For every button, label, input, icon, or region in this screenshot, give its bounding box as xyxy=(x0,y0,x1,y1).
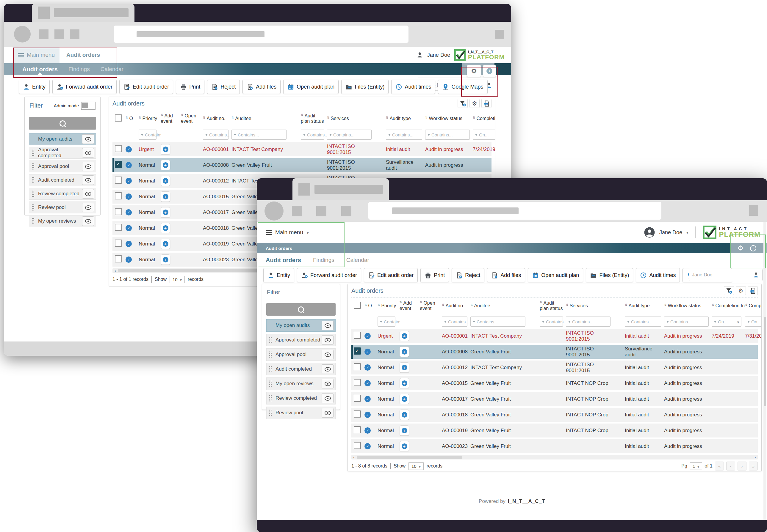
filter-list-item[interactable]: Review pool xyxy=(266,407,336,419)
filter-list-item[interactable]: Review pool xyxy=(29,202,96,213)
audit-times-button[interactable]: Audit times xyxy=(391,80,435,94)
add-event-button[interactable] xyxy=(161,239,170,249)
column-header-workflow-status[interactable]: Workflow status xyxy=(664,303,712,309)
audit-no-cell[interactable]: AO-000012 xyxy=(203,178,232,184)
audit-no-cell[interactable]: AO-000015 xyxy=(203,194,232,200)
filter-services-input[interactable]: Contains... xyxy=(566,317,611,327)
browser-extension-placeholder[interactable] xyxy=(749,205,758,216)
audit-no-cell[interactable]: AO-000023 xyxy=(203,257,232,263)
page-size-select[interactable]: 10 xyxy=(169,276,185,283)
export-csv-button[interactable] xyxy=(481,99,491,108)
export-csv-button[interactable] xyxy=(748,286,758,295)
page-size-select[interactable]: 10 xyxy=(408,462,424,470)
browser-forward-placeholder[interactable] xyxy=(316,206,326,216)
assignee-input[interactable]: Jane Doe xyxy=(689,269,763,281)
drag-handle-icon[interactable] xyxy=(269,380,272,387)
table-row[interactable]: Normal AO-000012 INTACT Test Company INT… xyxy=(351,361,758,374)
row-checkbox[interactable] xyxy=(354,332,361,339)
visibility-button[interactable] xyxy=(322,350,334,359)
filter-list-item[interactable]: My open reviews xyxy=(266,377,336,390)
add-event-button[interactable] xyxy=(400,347,409,357)
column-header-audit-plan-status[interactable]: Audit plan status xyxy=(540,300,566,311)
edit-audit-order-button[interactable]: Edit audit order xyxy=(119,80,173,94)
files-entity-button[interactable]: Files (Entity) xyxy=(586,268,633,282)
scroll-left-icon[interactable] xyxy=(351,455,357,459)
add-event-button[interactable] xyxy=(400,378,409,388)
column-header-priority[interactable]: Priority xyxy=(139,116,161,121)
table-row[interactable]: Normal AO-000017 Green Valley Fruit INTA… xyxy=(351,392,758,406)
add-files-button[interactable]: Add files xyxy=(243,80,281,94)
filter-list-item[interactable]: My open reviews xyxy=(29,215,96,227)
audit-no-cell[interactable]: AO-000008 xyxy=(442,349,470,355)
scroll-left-icon[interactable] xyxy=(112,268,118,273)
table-settings-button[interactable] xyxy=(469,99,480,108)
table-row[interactable]: Normal AO-000008 Green Valley Fruit INTA… xyxy=(351,345,758,359)
audit-no-cell[interactable]: AO-000019 xyxy=(442,428,470,434)
drag-handle-icon[interactable] xyxy=(269,366,272,373)
column-header-audit-no[interactable]: Audit no. xyxy=(203,116,232,121)
filter-plan-status-input[interactable]: Contains... xyxy=(301,130,324,140)
visibility-button[interactable] xyxy=(82,175,94,185)
audit-no-cell[interactable]: AO-000015 xyxy=(442,380,470,386)
reject-button[interactable]: Reject xyxy=(452,268,484,282)
filter-completion-to-select[interactable]: On... xyxy=(745,317,762,327)
filter-services-input[interactable]: Contains... xyxy=(327,130,372,140)
filter-auditee-input[interactable]: Contains... xyxy=(232,130,287,140)
filter-list-item[interactable]: Review completed xyxy=(29,188,96,200)
add-event-button[interactable] xyxy=(400,425,409,436)
clear-filters-button[interactable] xyxy=(724,286,734,295)
table-row[interactable]: Normal AO-000015 Green Valley Fruit INTA… xyxy=(351,376,758,390)
browser-tab[interactable] xyxy=(293,178,389,200)
visibility-button[interactable] xyxy=(82,203,94,212)
audit-no-cell[interactable]: AO-000017 xyxy=(203,210,232,215)
info-button[interactable] xyxy=(750,245,756,251)
row-checkbox[interactable] xyxy=(115,145,122,152)
drag-handle-icon[interactable] xyxy=(32,218,34,225)
column-header-completion-from[interactable]: Completion from xyxy=(473,116,495,121)
row-checkbox[interactable] xyxy=(354,410,361,418)
filter-audit-no-input[interactable]: Contains... xyxy=(203,130,229,140)
table-row[interactable]: Urgent AO-000001 INTACT Test Company INT… xyxy=(351,329,758,343)
tab-calendar[interactable]: Calendar xyxy=(100,63,123,75)
tab-findings[interactable]: Findings xyxy=(313,257,334,263)
visibility-button[interactable] xyxy=(322,335,334,345)
forward-audit-order-button[interactable]: Forward audit order xyxy=(297,268,361,282)
tab-audit-orders[interactable]: Audit orders xyxy=(22,63,58,75)
browser-reload-placeholder[interactable] xyxy=(341,206,351,216)
column-header-auditee[interactable]: Auditee xyxy=(232,116,290,121)
visibility-button[interactable] xyxy=(322,321,334,330)
audit-times-button[interactable]: Audit times xyxy=(636,268,680,282)
filter-workflow-input[interactable]: Contains... xyxy=(664,317,709,327)
row-checkbox[interactable] xyxy=(354,395,361,402)
browser-extension-placeholder[interactable] xyxy=(495,30,504,39)
row-checkbox[interactable] xyxy=(115,208,122,215)
tab-audit-orders[interactable]: Audit orders xyxy=(266,257,301,264)
row-checkbox[interactable] xyxy=(354,363,361,370)
info-button[interactable] xyxy=(483,65,496,77)
table-row[interactable]: Normal AO-000008 Green Valley Fruit INTA… xyxy=(112,158,491,172)
user-name[interactable]: Jane Doe xyxy=(427,52,450,58)
first-page-button[interactable] xyxy=(715,462,724,470)
row-checkbox[interactable] xyxy=(115,177,122,184)
visibility-button[interactable] xyxy=(82,216,94,226)
row-checkbox[interactable] xyxy=(115,224,122,231)
row-checkbox[interactable] xyxy=(354,442,361,449)
column-header-add-event[interactable]: Add event xyxy=(400,300,420,311)
main-menu-button[interactable]: Main menu xyxy=(13,47,59,63)
filter-list-item[interactable]: My open audits xyxy=(266,319,336,332)
drag-handle-icon[interactable] xyxy=(269,395,272,402)
row-checkbox[interactable] xyxy=(115,255,122,262)
audit-no-cell[interactable]: AO-000012 xyxy=(442,365,470,371)
browser-menu-placeholder[interactable] xyxy=(265,202,284,221)
entity-button[interactable]: Entity xyxy=(19,80,50,94)
page-select[interactable]: 1 xyxy=(690,462,702,470)
filter-plan-status-input[interactable]: Contains... xyxy=(540,317,563,327)
add-event-button[interactable] xyxy=(161,207,170,218)
audit-no-cell[interactable]: AO-000018 xyxy=(203,225,232,231)
add-event-button[interactable] xyxy=(161,254,170,265)
chevron-down-icon[interactable] xyxy=(686,230,689,235)
column-header-completion-from[interactable]: Completion from xyxy=(712,303,745,309)
browser-menu-placeholder[interactable] xyxy=(14,26,31,43)
scroll-right-icon[interactable] xyxy=(752,455,758,459)
drag-handle-icon[interactable] xyxy=(32,204,34,211)
